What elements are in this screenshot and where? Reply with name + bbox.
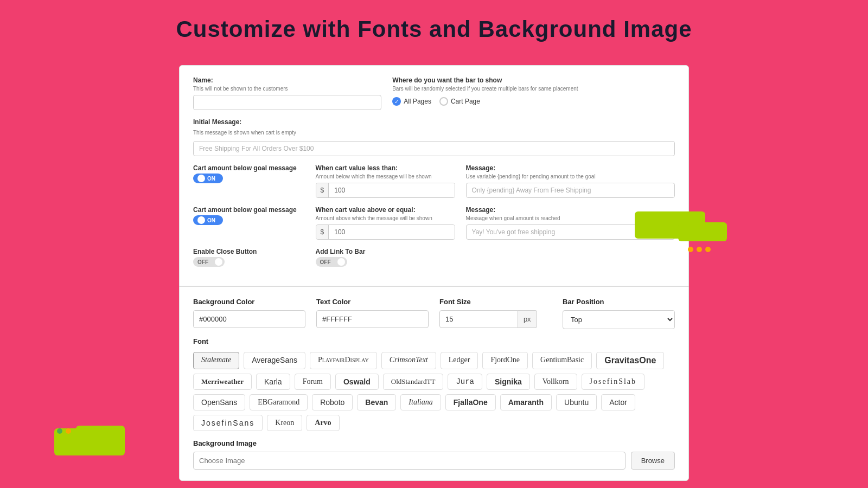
message-below-label: Message: xyxy=(466,164,675,172)
font-oswald[interactable]: Oswald xyxy=(335,374,379,390)
font-merriweather[interactable]: Merriweather xyxy=(193,374,252,390)
deco-shape-2 xyxy=(678,222,727,241)
bg-color-input[interactable] xyxy=(193,310,305,328)
font-fjallaone[interactable]: FjallaOne xyxy=(445,394,496,410)
font-arvo[interactable]: Arvo xyxy=(307,415,339,431)
spacer-group xyxy=(466,248,675,267)
bar-position-group: Bar Position Top Bottom xyxy=(563,298,675,329)
toggle-off-circle-1 xyxy=(215,258,222,266)
font-italiana[interactable]: Italiana xyxy=(400,394,441,410)
font-gravitasone[interactable]: GravitasOne xyxy=(596,352,664,369)
bg-image-input[interactable] xyxy=(193,452,626,470)
radio-cart-page-label: Cart Page xyxy=(451,98,480,105)
font-fjordone[interactable]: FjordOne xyxy=(482,352,528,369)
message-below-group: Message: Use variable {pending} for pend… xyxy=(466,164,675,198)
font-stalemate[interactable]: Stalemate xyxy=(193,352,239,369)
enable-close-label: Enable Close Button xyxy=(193,248,305,255)
font-size-row: px xyxy=(439,310,552,328)
cart-value-above-input[interactable] xyxy=(329,225,454,239)
toggle-off-text-2: OFF xyxy=(320,259,331,265)
font-vollkorn[interactable]: Vollkorn xyxy=(534,374,577,390)
font-opensans[interactable]: OpenSans xyxy=(193,394,245,410)
top-card: Name: This will not be shown to the cust… xyxy=(179,65,689,286)
font-signika[interactable]: Signika xyxy=(487,374,530,390)
message-below-sublabel: Use variable {pending} for pending amoun… xyxy=(466,174,675,179)
initial-message-input[interactable] xyxy=(193,141,675,156)
radio-cart-page-icon xyxy=(439,97,448,106)
add-link-toggle[interactable]: OFF xyxy=(316,257,347,267)
bar-position-select[interactable]: Top Bottom xyxy=(563,310,675,329)
bg-image-label: Background Image xyxy=(193,439,675,447)
radio-all-pages[interactable]: All Pages xyxy=(392,97,431,106)
cart-above-group: Cart amount below goal message ON xyxy=(193,206,305,225)
deco-dot-3 xyxy=(705,247,711,252)
name-sublabel: This will not be shown to the customers xyxy=(193,86,381,92)
font-josefinslab[interactable]: JosefinSlab xyxy=(582,374,645,390)
main-container: Name: This will not be shown to the cust… xyxy=(179,65,689,481)
radio-all-pages-label: All Pages xyxy=(404,98,431,105)
font-crimsontext[interactable]: CrimsonText xyxy=(381,352,436,369)
font-kreon[interactable]: Kreon xyxy=(267,415,302,431)
text-color-group: Text Color xyxy=(316,298,429,329)
cart-below-toggle[interactable]: ON xyxy=(193,174,223,183)
cart-value-less-label: When cart value less than: xyxy=(316,164,455,172)
radio-all-pages-icon xyxy=(392,97,401,106)
deco-dot-2 xyxy=(697,247,702,252)
text-color-label: Text Color xyxy=(316,298,429,306)
cart-above-toggle[interactable]: ON xyxy=(193,215,223,225)
toggle-off-circle-2 xyxy=(337,258,345,266)
deco-dot-5 xyxy=(66,428,71,434)
font-bevan[interactable]: Bevan xyxy=(357,394,396,410)
font-gentiumbasic[interactable]: GentiumBasic xyxy=(532,352,592,369)
toggle-off-text-1: OFF xyxy=(197,259,208,265)
font-amaranth[interactable]: Amaranth xyxy=(500,394,552,410)
deco-dot-4 xyxy=(57,428,62,434)
name-input[interactable] xyxy=(193,95,381,110)
font-playfairdisplay[interactable]: PlayfairDisplay xyxy=(310,352,377,369)
font-ubuntu[interactable]: Ubuntu xyxy=(556,394,597,410)
cart-below-label: Cart amount below goal message xyxy=(193,164,305,172)
font-averagesans[interactable]: AverageSans xyxy=(244,352,305,369)
font-section-label: Font xyxy=(193,337,675,345)
font-size-unit: px xyxy=(518,310,537,328)
enable-close-toggle[interactable]: OFF xyxy=(193,257,225,267)
add-link-group: Add Link To Bar OFF xyxy=(316,248,455,267)
font-jura[interactable]: Jura xyxy=(448,374,482,390)
font-roboto[interactable]: Roboto xyxy=(312,394,353,410)
radio-cart-page[interactable]: Cart Page xyxy=(439,97,480,106)
placement-group: Where do you want the bar to show Bars w… xyxy=(392,76,675,110)
add-link-label: Add Link To Bar xyxy=(316,248,455,255)
cart-value-less-group: When cart value less than: Amount below … xyxy=(316,164,455,198)
placement-radio-group: All Pages Cart Page xyxy=(392,97,675,106)
browse-button[interactable]: Browse xyxy=(631,452,675,470)
initial-message-label: Initial Message: xyxy=(193,118,675,126)
text-color-input[interactable] xyxy=(316,310,429,328)
cart-above-row: Cart amount below goal message ON When c… xyxy=(193,206,675,240)
font-forum[interactable]: Forum xyxy=(295,374,331,390)
font-ebgaramond[interactable]: EBGaramond xyxy=(250,394,308,410)
bg-color-label: Background Color xyxy=(193,298,305,306)
cart-below-row: Cart amount below goal message ON When c… xyxy=(193,164,675,198)
bar-position-label: Bar Position xyxy=(563,298,675,306)
placement-sublabel: Bars will be randomly selected if you cr… xyxy=(392,86,675,92)
font-actor[interactable]: Actor xyxy=(601,394,635,410)
cart-value-above-sublabel: Amount above which the message will be s… xyxy=(316,215,455,221)
enable-close-group: Enable Close Button OFF xyxy=(193,248,305,267)
font-karla[interactable]: Karla xyxy=(256,374,290,390)
deco-dots-right xyxy=(688,247,711,252)
cart-value-less-input-group: $ xyxy=(316,183,455,198)
font-josefinsans[interactable]: JosefinSans xyxy=(193,415,263,431)
font-ledger[interactable]: Ledger xyxy=(441,352,478,369)
font-oldstandardtt[interactable]: OldStandardTT xyxy=(383,374,444,390)
bg-image-row: Browse xyxy=(193,452,675,470)
toggle-circle xyxy=(197,175,205,182)
font-size-input[interactable] xyxy=(439,310,518,328)
font-grid: Stalemate AverageSans PlayfairDisplay Cr… xyxy=(193,352,675,431)
bottom-grid: Background Color Text Color Font Size px… xyxy=(193,298,675,329)
message-below-input[interactable] xyxy=(466,183,675,198)
cart-value-less-input[interactable] xyxy=(329,183,454,197)
cart-value-above-label: When cart value above or equal: xyxy=(316,206,455,214)
cart-value-above-group: When cart value above or equal: Amount a… xyxy=(316,206,455,240)
bg-color-group: Background Color xyxy=(193,298,305,329)
font-size-label: Font Size xyxy=(439,298,552,306)
